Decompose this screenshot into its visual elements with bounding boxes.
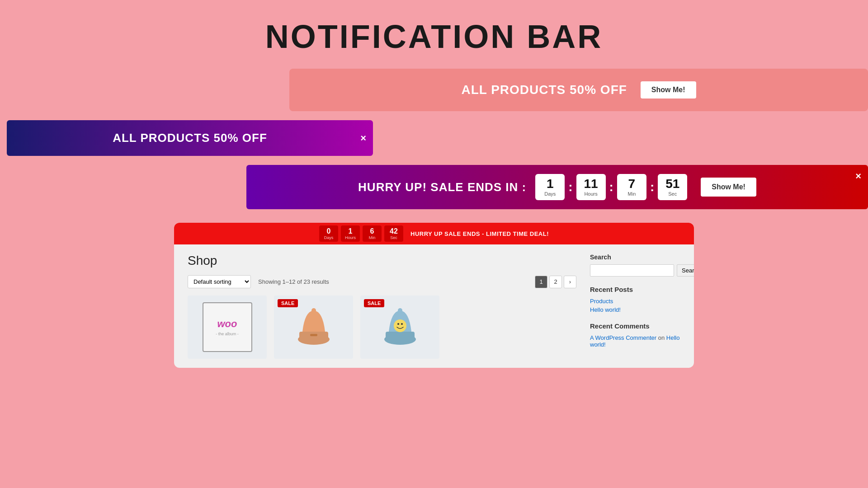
product-image-woo: woo - the album - xyxy=(188,296,267,359)
shop-container: 0 Days 1 Hours 6 Min 42 Sec HURRY UP SAL… xyxy=(174,223,694,368)
search-button[interactable]: Search xyxy=(677,264,694,277)
search-row: Search xyxy=(590,264,680,277)
countdown-sec: 51 Sec xyxy=(658,174,687,200)
svg-point-9 xyxy=(401,323,403,325)
woo-box: woo - the album - xyxy=(203,302,252,352)
mini-hours: 1 Hours xyxy=(341,225,360,242)
pink-bar-text: ALL PRODUCTS 50% OFF xyxy=(461,83,627,97)
mini-min: 6 Min xyxy=(363,225,382,242)
search-section-title: Search xyxy=(590,253,680,261)
page-2-button[interactable]: 2 xyxy=(549,276,562,288)
dark-bar-text: ALL PRODUCTS 50% OFF xyxy=(113,131,267,145)
sort-select[interactable]: Default sortingSort by popularitySort by… xyxy=(188,275,251,288)
recent-posts-section: Recent Posts Products Hello world! xyxy=(590,286,680,313)
recent-post-products[interactable]: Products xyxy=(590,298,680,305)
svg-point-6 xyxy=(398,308,402,313)
search-input[interactable] xyxy=(590,264,674,277)
svg-rect-3 xyxy=(310,334,317,336)
page-1-button[interactable]: 1 xyxy=(535,276,547,288)
svg-point-2 xyxy=(311,308,316,313)
svg-point-8 xyxy=(397,323,399,325)
recent-comment: A WordPress Commenter on Hello world! xyxy=(590,334,680,348)
recent-comments-title: Recent Comments xyxy=(590,322,680,330)
countdown-hours: 11 Hours xyxy=(576,174,606,200)
products-grid: woo - the album - SALE xyxy=(188,296,576,359)
pink-bar-show-button[interactable]: Show Me! xyxy=(641,81,696,99)
product-card-orange-hat[interactable]: SALE xyxy=(274,296,353,359)
mini-sec: 42 Sec xyxy=(384,225,403,242)
shop-sidebar: Search Search Recent Posts Products Hell… xyxy=(590,253,680,359)
countdown-notification-bar: HURRY UP! SALE ENDS IN : 1 Days : 11 Hou… xyxy=(246,165,868,209)
dark-notification-bar: ALL PRODUCTS 50% OFF × xyxy=(7,120,373,156)
mini-countdown-text: HURRY UP SALE ENDS - LIMITED TIME DEAL! xyxy=(410,230,549,237)
countdown-bar-show-button[interactable]: Show Me! xyxy=(701,178,756,197)
countdown-units: 1 Days : 11 Hours : 7 Min : 51 Sec xyxy=(535,174,687,200)
shop-controls: Default sortingSort by popularitySort by… xyxy=(188,275,576,288)
mini-days: 0 Days xyxy=(319,225,338,242)
dark-bar-close-button[interactable]: × xyxy=(360,132,366,144)
recent-comments-section: Recent Comments A WordPress Commenter on… xyxy=(590,322,680,348)
shop-main: Shop Default sortingSort by popularitySo… xyxy=(188,253,576,359)
commenter-link[interactable]: A WordPress Commenter xyxy=(590,334,656,341)
product-card-woo[interactable]: woo - the album - xyxy=(188,296,267,359)
product-card-blue-hat[interactable]: SALE xyxy=(360,296,439,359)
shop-title: Shop xyxy=(188,253,576,268)
recent-posts-title: Recent Posts xyxy=(590,286,680,293)
page-next-button[interactable]: › xyxy=(564,276,576,288)
sale-badge-2: SALE xyxy=(364,299,384,307)
countdown-bar-text: HURRY UP! SALE ENDS IN : xyxy=(358,180,526,194)
blue-hat-svg xyxy=(382,307,418,347)
recent-post-hello[interactable]: Hello world! xyxy=(590,306,680,313)
sidebar-search-section: Search Search xyxy=(590,253,680,277)
svg-point-7 xyxy=(394,319,406,332)
svg-rect-5 xyxy=(386,332,415,340)
orange-hat-svg xyxy=(296,307,332,347)
pink-notification-bar: ALL PRODUCTS 50% OFF Show Me! xyxy=(289,69,868,111)
mini-countdown-bar: 0 Days 1 Hours 6 Min 42 Sec HURRY UP SAL… xyxy=(174,223,694,244)
countdown-days: 1 Days xyxy=(535,174,565,200)
countdown-min: 7 Min xyxy=(617,174,646,200)
countdown-bar-close-button[interactable]: × xyxy=(855,170,861,182)
page-title: NOTIFICATION BAR xyxy=(0,0,868,69)
results-count: Showing 1–12 of 23 results xyxy=(258,278,329,285)
pagination: 1 2 › xyxy=(535,276,576,288)
sale-badge: SALE xyxy=(278,299,298,307)
